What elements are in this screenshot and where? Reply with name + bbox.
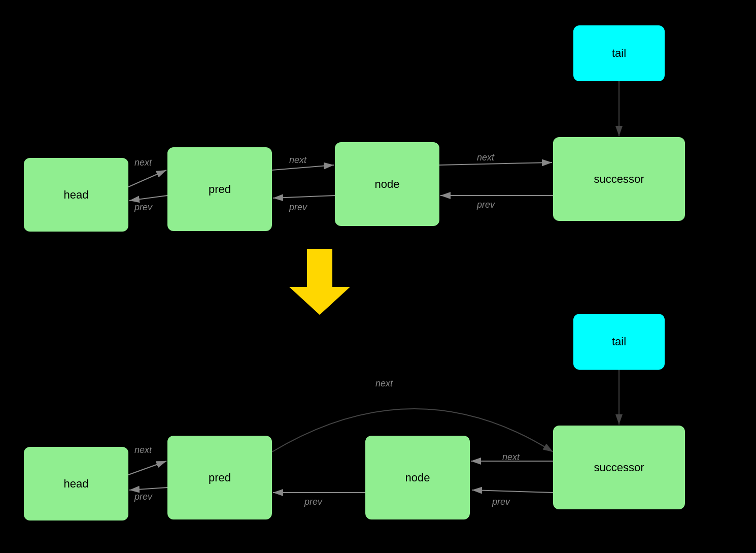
arrow-label-prev1: prev (134, 202, 152, 213)
node-label-bottom: node (405, 471, 430, 484)
pred-node-bottom: pred (167, 436, 272, 519)
svg-line-3 (129, 196, 167, 201)
svg-line-4 (272, 165, 334, 170)
tail-label-top: tail (612, 47, 626, 60)
tail-label-bottom: tail (612, 335, 626, 348)
svg-line-2 (128, 170, 166, 187)
arrow-label-next2: next (289, 155, 306, 166)
svg-line-9 (128, 461, 166, 475)
node-node-bottom: node (365, 436, 470, 519)
arrow-label-prev2: prev (289, 202, 307, 213)
arrow-label-next4: next (134, 445, 152, 456)
node-node-top: node (335, 142, 439, 226)
transition-arrow (289, 249, 350, 315)
pred-label-top: pred (209, 183, 231, 196)
tail-node-top: tail (573, 25, 665, 81)
arrow-label-next3: next (477, 152, 494, 163)
head-label-bottom: head (64, 477, 89, 491)
svg-line-6 (439, 162, 552, 165)
successor-label-bottom: successor (594, 461, 644, 474)
pred-node-top: pred (167, 147, 272, 231)
head-node-top: head (24, 158, 128, 232)
arrow-label-prev3: prev (477, 200, 495, 210)
successor-node-bottom: successor (553, 426, 685, 509)
head-node-bottom: head (24, 447, 128, 521)
arrow-label-next5-arc: next (375, 378, 393, 389)
arrow-label-prev4: prev (134, 492, 152, 502)
arrow-label-prev6: prev (492, 497, 510, 507)
arrow-label-next1: next (134, 157, 152, 168)
svg-line-10 (129, 487, 167, 490)
node-label-top: node (375, 178, 400, 191)
tail-node-bottom: tail (573, 314, 665, 370)
successor-label-top: successor (594, 173, 644, 186)
svg-line-13 (472, 490, 553, 493)
arrow-label-prev5: prev (304, 497, 322, 507)
head-label-top: head (64, 188, 89, 202)
arrow-label-next6: next (502, 452, 520, 463)
svg-marker-15 (289, 249, 350, 315)
successor-node-top: successor (553, 137, 685, 221)
svg-line-5 (273, 196, 335, 198)
pred-label-bottom: pred (209, 471, 231, 484)
